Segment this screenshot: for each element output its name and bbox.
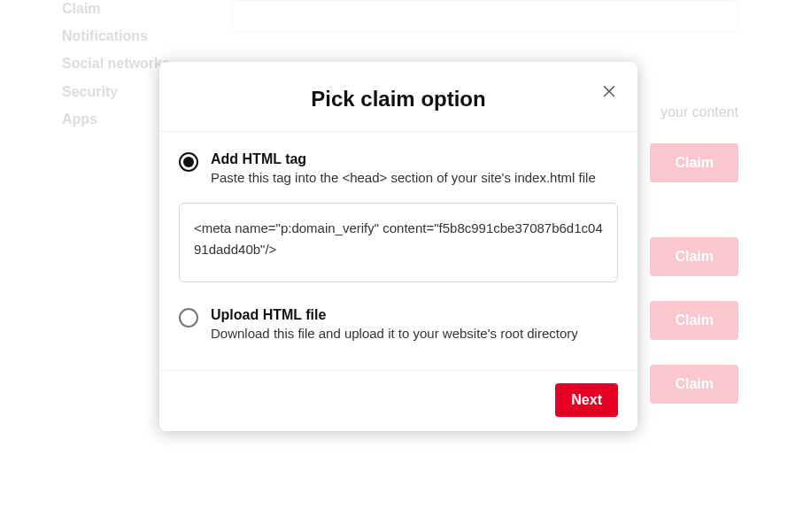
html-tag-code[interactable]: <meta name="p:domain_verify" content="f5… xyxy=(179,203,618,282)
modal-title: Pick claim option xyxy=(181,87,616,112)
next-button[interactable]: Next xyxy=(555,383,618,417)
option-desc: Download this file and upload it to your… xyxy=(211,325,578,343)
option-desc: Paste this tag into the <head> section o… xyxy=(211,169,596,187)
option-title: Upload HTML file xyxy=(211,307,578,323)
option-title: Add HTML tag xyxy=(211,151,596,167)
modal-header: Pick claim option xyxy=(159,62,637,132)
modal-body: Add HTML tag Paste this tag into the <he… xyxy=(159,132,637,370)
option-add-html-tag[interactable]: Add HTML tag Paste this tag into the <he… xyxy=(179,151,618,187)
radio-unselected-icon[interactable] xyxy=(179,308,198,328)
modal-footer: Next xyxy=(159,370,637,431)
option-upload-html-file[interactable]: Upload HTML file Download this file and … xyxy=(179,307,618,343)
radio-selected-icon[interactable] xyxy=(179,152,198,172)
close-icon[interactable] xyxy=(597,78,622,103)
claim-option-modal: Pick claim option Add HTML tag Paste thi… xyxy=(159,62,637,431)
